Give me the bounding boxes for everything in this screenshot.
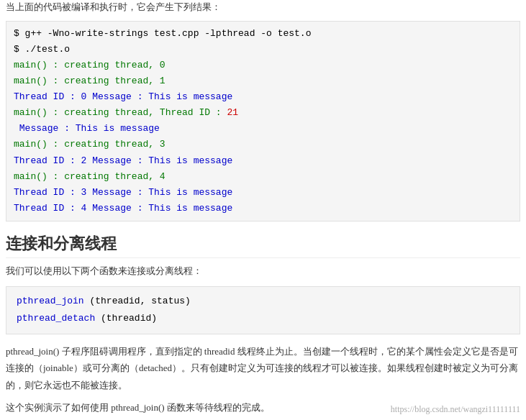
cmd-line-1: $ g++ -Wno-write-strings test.cpp -lpthr… xyxy=(14,26,512,42)
paragraph-2: 这个实例演示了如何使用 pthread_join() 函数来等待线程的完成。 h… xyxy=(6,399,520,416)
fn-name-1: pthread_join xyxy=(17,296,84,306)
section-desc: 我们可以使用以下两个函数来连接或分离线程： xyxy=(6,264,520,279)
paragraph-1: pthread_join() 子程序阻碍调用程序，直到指定的 threadid … xyxy=(6,343,520,393)
fn-line-1: pthread_join (threadid, status) xyxy=(17,293,509,311)
output-line-10: Thread ID : 4 Message : This is message xyxy=(14,201,512,216)
output-line-2: main() : creating thread, 1 xyxy=(14,73,512,89)
fn-line-2: pthread_detach (threadid) xyxy=(17,310,509,328)
cmd-line-2: $ ./test.o xyxy=(14,42,512,58)
output-line-5: Message : This is message xyxy=(14,121,512,137)
page-container: 当上面的代码被编译和执行时，它会产生下列结果： $ g++ -Wno-write… xyxy=(0,0,526,416)
function-code-block: pthread_join (threadid, status) pthread_… xyxy=(6,286,520,334)
output-line-1: main() : creating thread, 0 xyxy=(14,58,512,73)
intro-text: 当上面的代码被编译和执行时，它会产生下列结果： xyxy=(6,0,520,15)
output-line-4-mixed: main() : creating thread, Thread ID : 21 xyxy=(14,105,512,121)
watermark: https://blog.csdn.net/wangzi11111111 xyxy=(391,402,520,418)
output-line-8: main() : creating thread, 4 xyxy=(14,169,512,185)
output-line-7: Thread ID : 2 Message : This is message xyxy=(14,153,512,169)
fn-name-2: pthread_detach xyxy=(17,313,95,324)
terminal-output: $ g++ -Wno-write-strings test.cpp -lpthr… xyxy=(6,21,520,222)
output-line-3: Thread ID : 0 Message : This is message xyxy=(14,89,512,105)
output-line-9: Thread ID : 3 Message : This is message xyxy=(14,185,512,201)
output-line-6: main() : creating thread, 3 xyxy=(14,137,512,152)
section-title: 连接和分离线程 xyxy=(6,233,520,258)
